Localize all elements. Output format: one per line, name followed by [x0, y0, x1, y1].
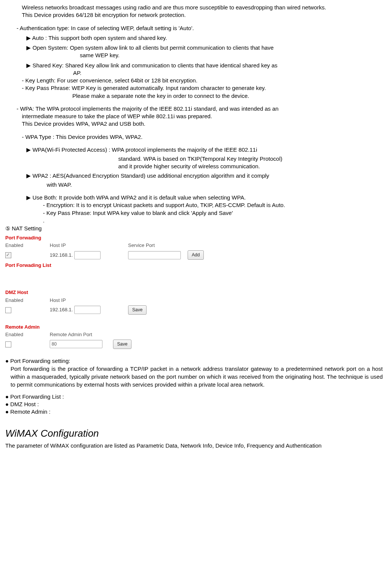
wpa-line1: - WPA: The WPA protocol implements the m… [17, 105, 383, 113]
pf-list-heading: Port Forwarding List : [5, 393, 383, 401]
wpa-kpp: - Key Pass Phrase: Input WPA key value t… [43, 209, 383, 217]
remote-admin-header: Remote Admin [5, 324, 216, 331]
port-forwarding-header: Port Forwading [5, 235, 216, 241]
add-button[interactable]: Add [188, 250, 204, 260]
dmz-heading: DMZ Host : [5, 401, 383, 408]
col-hostip: Host IP [50, 241, 128, 250]
wpa-def3: and it provide higher security of wirele… [118, 163, 383, 170]
auth-shared2: AP. [73, 69, 383, 77]
wpa-enc: - Encryption: It is to encrypt Unicast p… [43, 201, 383, 209]
wimax-body: The parameter of WiMAX configuration are… [5, 442, 383, 449]
nat-panel: Port Forwading Enabled Host IP Service P… [5, 235, 216, 350]
col-ra-port: Remote Admin Port [50, 331, 113, 339]
dmz-save-button[interactable]: Save [128, 305, 147, 315]
wpa-useboth: Use Both: It provide both WPA and WPA2 a… [26, 194, 383, 201]
col-enabled: Enabled [5, 296, 50, 305]
dmz-host-input[interactable] [74, 306, 101, 314]
ra-save-button[interactable]: Save [113, 340, 131, 349]
pf-service-port-input[interactable] [128, 251, 181, 259]
text-line: Wireless networks broadcast messages usi… [22, 4, 383, 11]
ra-port-input[interactable] [50, 340, 102, 348]
wpa-def2: standard. WPA is based on TKIP(Temporal … [118, 155, 383, 163]
text-line: This Device provides 64/128 bit encrypti… [22, 11, 383, 19]
port-forwarding-table: Enabled Host IP Service Port 192.168.1. … [5, 241, 207, 260]
port-forwarding-list-header: Port Forwading List [5, 262, 216, 269]
key-length: - Key Length: For user convenience, sele… [22, 77, 383, 84]
key-pass-phrase2: Please make a separate note the key in o… [72, 92, 383, 100]
dmz-enabled-checkbox[interactable] [5, 307, 11, 313]
wpa-type: - WPA Type : This Device provides WPA, W… [22, 133, 383, 141]
wpa2-def1: WPA2 : AES(Advanced Encryption Standard)… [26, 172, 383, 180]
auth-head: - Authentication type: In case of select… [17, 24, 383, 32]
pf-setting-heading: Port Forwarding setting: [5, 357, 383, 365]
auth-open1: Open System: Open system allow link to a… [26, 44, 383, 52]
auth-shared1: Shared Key: Shared Key allow link and co… [26, 62, 383, 69]
col-enabled: Enabled [5, 241, 50, 250]
wpa-dot: . [43, 217, 383, 224]
wpa-line3: This Device provides WPA, WPA2 and USB b… [22, 120, 383, 128]
dmz-table: Enabled Host IP 192.168.1. Save [5, 296, 150, 315]
dmz-header: DMZ Host [5, 289, 216, 296]
pf-enabled-checkbox[interactable] [5, 252, 11, 258]
pf-body: Port forwarding is the practice of forwa… [11, 365, 383, 388]
nat-setting-title: ⑤ NAT Setting [5, 224, 383, 232]
remote-admin-heading: Remote Admin : [5, 408, 383, 416]
col-hostip: Host IP [50, 296, 128, 305]
wimax-config-title: WiMAX Configuration [5, 427, 383, 440]
pf-host-input[interactable] [74, 251, 101, 259]
auth-auto: Auto : This support both open system and… [26, 34, 383, 42]
wpa-line2: intermediate measure to take the place o… [22, 113, 383, 120]
key-pass-phrase1: - Key Pass Phrase: WEP Key is generated … [22, 84, 383, 92]
col-service-port: Service Port [128, 241, 188, 250]
remote-admin-table: Enabled Remote Admin Port Save [5, 331, 134, 350]
pf-host-prefix: 192.168.1. [50, 252, 73, 258]
dmz-host-prefix: 192.168.1. [50, 307, 73, 312]
wpa-def1: WPA(Wi-Fi Protected Access) : WPA protoc… [26, 146, 383, 154]
ra-enabled-checkbox[interactable] [5, 341, 11, 347]
col-enabled: Enabled [5, 331, 50, 339]
wireless-intro: Wireless networks broadcast messages usi… [22, 4, 383, 19]
wpa2-def2: with WAP. [47, 181, 383, 189]
auth-open2: same WEP key. [80, 52, 383, 59]
